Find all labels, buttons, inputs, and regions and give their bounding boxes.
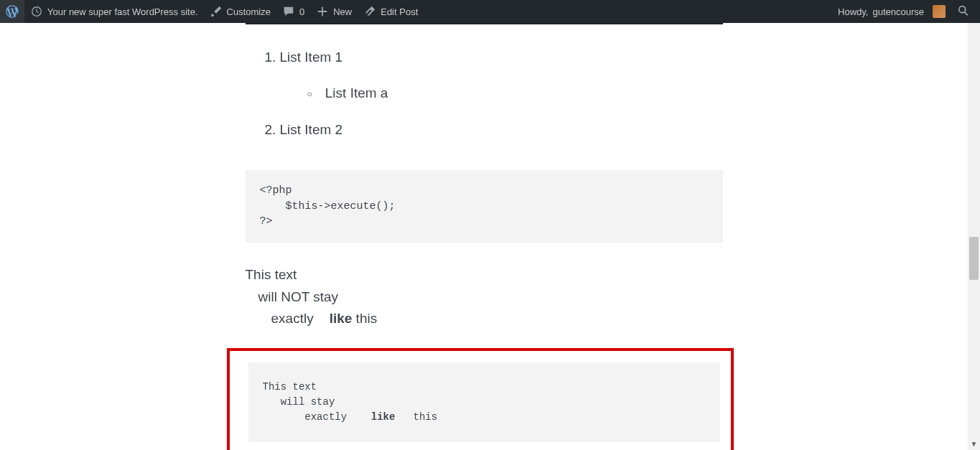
search-icon	[957, 4, 970, 19]
text-line: exactlylike this	[246, 308, 723, 329]
plus-icon	[316, 5, 329, 18]
nested-list: List Item a	[280, 82, 723, 105]
list-item-text: List Item a	[325, 85, 388, 100]
list-item-text: List Item 1	[280, 50, 343, 65]
pre-text: this	[395, 411, 437, 423]
text-line: will NOT stay	[246, 286, 723, 308]
new-menu[interactable]: New	[310, 0, 358, 23]
list-item: List Item a	[325, 82, 723, 105]
pencil-icon	[363, 5, 376, 18]
comment-icon	[282, 5, 295, 18]
text-line: This text	[246, 264, 723, 286]
image-bottom-strip	[246, 23, 723, 24]
comments-menu[interactable]: 0	[276, 0, 310, 23]
avatar	[933, 5, 946, 18]
howdy-prefix: Howdy,	[838, 6, 868, 17]
account-menu[interactable]: Howdy, gutencourse	[832, 0, 951, 23]
wp-logo-menu[interactable]	[0, 0, 24, 23]
site-name-menu[interactable]: Your new super fast WordPress site.	[24, 0, 204, 23]
pre-bold: like	[371, 411, 396, 423]
new-label: New	[333, 6, 352, 17]
paragraph-not-stay: This text will NOT stay exactlylike this	[246, 264, 723, 329]
wp-admin-bar: Your new super fast WordPress site. Cust…	[0, 0, 980, 23]
list-item: List Item 2	[280, 118, 723, 141]
customize-label: Customize	[227, 6, 271, 17]
comments-count: 0	[299, 6, 304, 17]
scrollbar-down-arrow[interactable]: ▼	[968, 438, 980, 450]
search-toggle[interactable]	[951, 0, 976, 23]
text-fragment: this	[352, 311, 377, 326]
customize-menu[interactable]: Customize	[204, 0, 276, 23]
edit-post-label: Edit Post	[381, 6, 418, 17]
edit-post-menu[interactable]: Edit Post	[358, 0, 424, 23]
post-content: List Item 1 List Item a List Item 2 <?ph…	[246, 23, 723, 450]
dashboard-icon	[30, 5, 43, 18]
highlight-box: This text will stay exactly like this	[227, 348, 734, 450]
page-viewport: List Item 1 List Item a List Item 2 <?ph…	[0, 23, 968, 450]
site-name-label: Your new super fast WordPress site.	[47, 6, 198, 17]
text-bold: like	[330, 311, 353, 326]
vertical-scrollbar[interactable]: ▲ ▼	[968, 0, 980, 450]
ordered-list: List Item 1 List Item a List Item 2	[246, 46, 723, 141]
list-item-text: List Item 2	[280, 122, 343, 137]
paintbrush-icon	[210, 5, 223, 18]
username: gutencourse	[872, 6, 924, 17]
adminbar-left: Your new super fast WordPress site. Cust…	[0, 0, 424, 23]
scrollbar-thumb[interactable]	[969, 237, 979, 280]
wordpress-icon	[6, 5, 19, 18]
list-item: List Item 1 List Item a	[280, 46, 723, 106]
code-block-php: <?php $this->execute(); ?>	[246, 170, 723, 243]
pre-text: This text will stay exactly	[263, 381, 371, 423]
text-fragment: exactly	[271, 311, 314, 326]
adminbar-right: Howdy, gutencourse	[832, 0, 976, 23]
preformatted-block: This text will stay exactly like this	[248, 362, 720, 442]
